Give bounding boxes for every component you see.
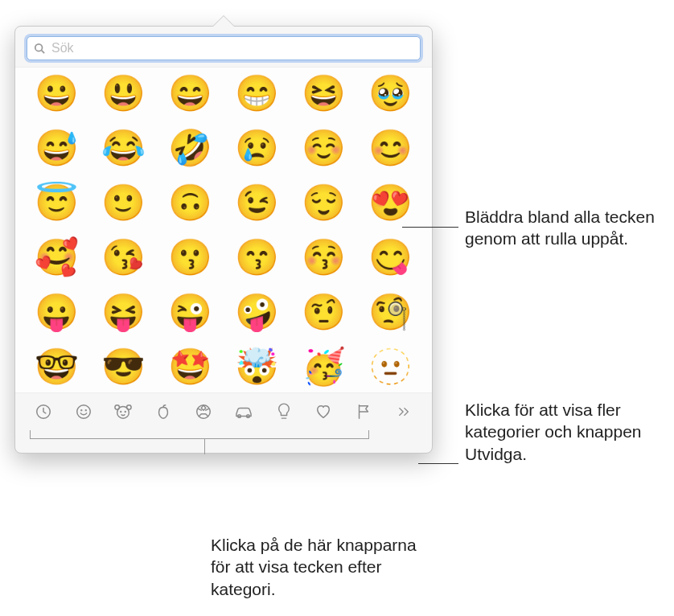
emoji-cell[interactable]: 🤣 xyxy=(163,127,217,169)
car-icon xyxy=(233,404,254,423)
emoji-cell[interactable]: 😂 xyxy=(97,127,150,169)
chevron-icon xyxy=(397,406,411,421)
emoji-cell[interactable]: 🤪 xyxy=(230,291,284,333)
emoji-cell[interactable]: 🫥 xyxy=(364,346,417,388)
emoji-cell[interactable]: 😆 xyxy=(297,72,351,114)
emoji-cell[interactable]: 😀 xyxy=(30,72,84,114)
flag-icon xyxy=(355,403,372,424)
emoji-cell[interactable]: 😗 xyxy=(163,236,217,278)
popover-arrow xyxy=(212,16,235,27)
emoji-cell[interactable]: 🤩 xyxy=(163,346,217,388)
emoji-cell[interactable]: 😉 xyxy=(230,182,284,224)
category-smileys-button[interactable] xyxy=(64,400,104,427)
category-flags-button[interactable] xyxy=(343,400,384,427)
category-food-button[interactable] xyxy=(143,400,183,427)
emoji-cell[interactable]: 😘 xyxy=(97,236,150,278)
emoji-cell[interactable]: 😜 xyxy=(163,291,217,333)
svg-point-7 xyxy=(115,405,120,410)
emoji-cell[interactable]: 😁 xyxy=(230,72,284,114)
emoji-cell[interactable]: 🥹 xyxy=(364,72,417,114)
emoji-cell[interactable]: 🥰 xyxy=(30,236,84,278)
emoji-cell[interactable]: 😅 xyxy=(30,127,84,169)
category-bar xyxy=(15,393,432,430)
emoji-cell[interactable]: ☺️ xyxy=(297,127,351,169)
emoji-cell[interactable]: 🤨 xyxy=(297,291,351,333)
emoji-cell[interactable]: 😝 xyxy=(97,291,150,333)
search-wrap xyxy=(15,27,432,67)
svg-point-10 xyxy=(125,412,126,413)
emoji-cell[interactable]: 😎 xyxy=(97,346,150,388)
emoji-cell[interactable]: 🙃 xyxy=(163,182,217,224)
emoji-cell[interactable]: 😙 xyxy=(230,236,284,278)
category-travel-button[interactable] xyxy=(224,400,264,427)
svg-point-5 xyxy=(85,410,86,411)
emoji-cell[interactable]: 😛 xyxy=(30,291,84,333)
svg-point-3 xyxy=(76,405,90,419)
emoji-cell[interactable]: 😢 xyxy=(230,127,284,169)
emoji-cell[interactable]: 😌 xyxy=(297,182,351,224)
svg-point-0 xyxy=(35,44,43,51)
emoji-cell[interactable]: 🧐 xyxy=(364,291,417,333)
category-activity-button[interactable] xyxy=(183,400,224,427)
category-bracket xyxy=(30,430,417,445)
emoji-cell[interactable]: 🤓 xyxy=(30,346,84,388)
callout-more-line xyxy=(418,463,458,464)
soccer-icon xyxy=(195,403,212,424)
emoji-cell[interactable]: 🥳 xyxy=(297,346,351,388)
clock-icon xyxy=(35,403,52,424)
callout-scroll-line xyxy=(402,227,458,228)
search-input[interactable] xyxy=(51,41,413,55)
face-icon xyxy=(75,403,92,424)
emoji-cell[interactable]: 😚 xyxy=(297,236,351,278)
category-recent-button[interactable] xyxy=(23,400,64,427)
category-objects-button[interactable] xyxy=(264,400,304,427)
emoji-cell[interactable]: 😇 xyxy=(30,182,84,224)
callout-more: Klicka för att visa fler kategorier och … xyxy=(465,399,666,465)
svg-point-9 xyxy=(121,412,121,413)
emoji-cell[interactable]: 😋 xyxy=(364,236,417,278)
heart-icon xyxy=(314,404,332,423)
emoji-cell[interactable]: 😊 xyxy=(364,127,417,169)
emoji-cell[interactable]: 🤯 xyxy=(230,346,284,388)
search-field[interactable] xyxy=(27,36,421,60)
svg-line-1 xyxy=(42,51,45,54)
emoji-cell[interactable]: 😍 xyxy=(364,182,417,224)
category-animals-button[interactable] xyxy=(104,400,144,427)
character-viewer-popover: 😀😃😄😁😆🥹😅😂🤣😢☺️😊😇🙂🙃😉😌😍🥰😘😗😙😚😋😛😝😜🤪🤨🧐🤓😎🤩🤯🥳🫥 xyxy=(14,26,433,454)
svg-point-8 xyxy=(127,405,132,410)
emoji-grid[interactable]: 😀😃😄😁😆🥹😅😂🤣😢☺️😊😇🙂🙃😉😌😍🥰😘😗😙😚😋😛😝😜🤪🤨🧐🤓😎🤩🤯🥳🫥 xyxy=(15,67,432,393)
bulb-icon xyxy=(277,402,291,425)
callout-categories: Klicka på de här knapparna för att visa … xyxy=(211,534,436,600)
emoji-cell[interactable]: 🙂 xyxy=(97,182,150,224)
emoji-cell[interactable]: 😃 xyxy=(97,72,150,114)
category-symbols-button[interactable] xyxy=(304,400,344,427)
callout-scroll: Bläddra bland alla tecken genom att rull… xyxy=(465,206,666,250)
category-more-button[interactable] xyxy=(384,400,424,427)
svg-point-4 xyxy=(80,410,81,411)
animal-icon xyxy=(113,403,133,424)
emoji-cell[interactable]: 😄 xyxy=(163,72,217,114)
search-icon xyxy=(34,43,45,54)
apple-icon xyxy=(155,403,171,424)
